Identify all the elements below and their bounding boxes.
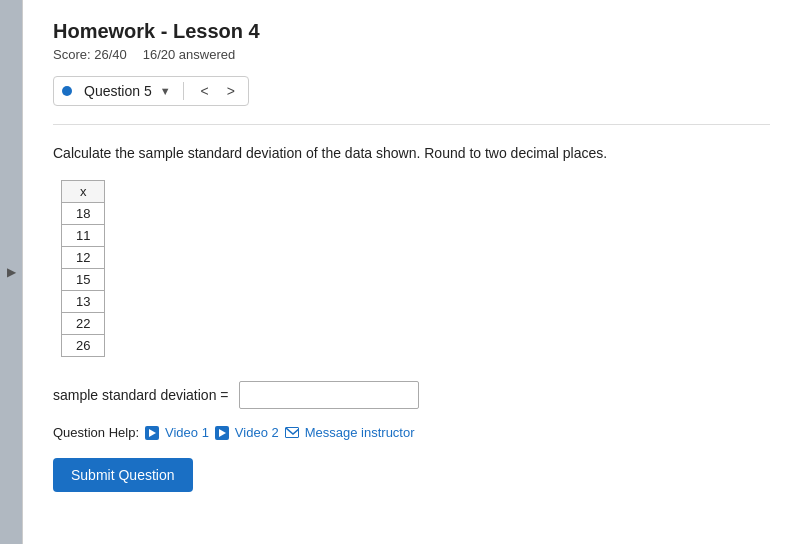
question-dot <box>62 86 72 96</box>
table-cell: 26 <box>62 335 105 357</box>
table-cell: 22 <box>62 313 105 335</box>
submit-question-button[interactable]: Submit Question <box>53 458 193 492</box>
video1-icon <box>145 426 159 440</box>
main-content: Homework - Lesson 4 Score: 26/40 16/20 a… <box>22 0 800 544</box>
table-header: x <box>62 181 105 203</box>
dropdown-icon[interactable]: ▼ <box>160 85 171 97</box>
message-instructor-link[interactable]: Message instructor <box>305 425 415 440</box>
prev-question-button[interactable]: < <box>196 81 214 101</box>
help-label: Question Help: <box>53 425 139 440</box>
score-value: Score: 26/40 <box>53 47 127 62</box>
separator <box>53 124 770 125</box>
sidebar-toggle-icon: ▶ <box>7 265 16 279</box>
next-question-button[interactable]: > <box>222 81 240 101</box>
nav-divider <box>183 82 184 100</box>
table-row: 18 <box>62 203 105 225</box>
sidebar-toggle[interactable]: ▶ <box>0 0 22 544</box>
data-table: x 18111215132226 <box>61 180 105 357</box>
table-row: 22 <box>62 313 105 335</box>
score-line: Score: 26/40 16/20 answered <box>53 47 770 62</box>
video1-link[interactable]: Video 1 <box>165 425 209 440</box>
table-cell: 15 <box>62 269 105 291</box>
table-cell: 12 <box>62 247 105 269</box>
answer-label: sample standard deviation = <box>53 387 229 403</box>
table-cell: 13 <box>62 291 105 313</box>
answer-input[interactable] <box>239 381 419 409</box>
table-row: 12 <box>62 247 105 269</box>
table-cell: 11 <box>62 225 105 247</box>
answered-count: 16/20 answered <box>143 47 236 62</box>
question-label: Question 5 <box>84 83 152 99</box>
video2-icon <box>215 426 229 440</box>
table-cell: 18 <box>62 203 105 225</box>
question-text: Calculate the sample standard deviation … <box>53 143 770 164</box>
answer-row: sample standard deviation = <box>53 381 770 409</box>
table-row: 13 <box>62 291 105 313</box>
mail-icon <box>285 427 299 438</box>
page-title: Homework - Lesson 4 <box>53 20 770 43</box>
help-row: Question Help: Video 1 Video 2 Message i… <box>53 425 770 440</box>
question-nav-bar: Question 5 ▼ < > <box>53 76 249 106</box>
video2-link[interactable]: Video 2 <box>235 425 279 440</box>
table-row: 15 <box>62 269 105 291</box>
table-row: 11 <box>62 225 105 247</box>
table-row: 26 <box>62 335 105 357</box>
